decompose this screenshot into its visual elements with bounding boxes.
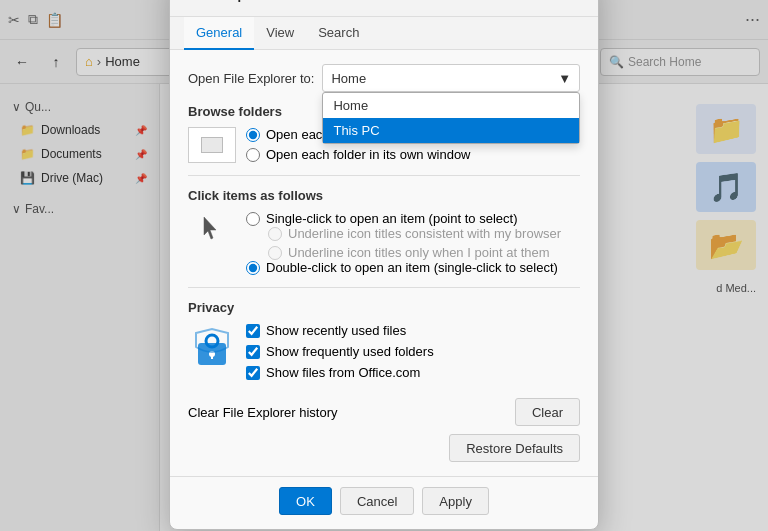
open-file-explorer-label: Open File Explorer to:	[188, 71, 314, 86]
radio-own-window[interactable]: Open each folder in its own window	[246, 147, 484, 162]
radio-same-window-input[interactable]	[246, 128, 260, 142]
browse-preview-icon	[188, 127, 236, 163]
privacy-section: Privacy Show re	[188, 300, 580, 462]
checkbox-office-files[interactable]: Show files from Office.com	[246, 365, 580, 380]
tab-view[interactable]: View	[254, 17, 306, 50]
radio-own-window-input[interactable]	[246, 148, 260, 162]
click-radio-group: Single-click to open an item (point to s…	[246, 211, 580, 275]
dropdown-list: Home This PC	[322, 92, 580, 144]
click-items-content: Single-click to open an item (point to s…	[188, 211, 580, 275]
checkbox-office-files-input[interactable]	[246, 366, 260, 380]
divider-1	[188, 175, 580, 176]
radio-double-click[interactable]: Double-click to open an item (single-cli…	[246, 260, 580, 275]
checkbox-frequent-folders-input[interactable]	[246, 345, 260, 359]
radio-single-click[interactable]: Single-click to open an item (point to s…	[246, 211, 580, 226]
chevron-down-icon: ▼	[558, 71, 571, 86]
restore-defaults-row: Restore Defaults	[188, 434, 580, 462]
radio-underline-hover[interactable]: Underline icon titles only when I point …	[268, 245, 580, 260]
click-cursor-icon	[188, 211, 236, 247]
dialog-titlebar: Folder Options ×	[170, 0, 598, 17]
radio-underline-browser-input	[268, 227, 282, 241]
divider-2	[188, 287, 580, 288]
restore-defaults-button[interactable]: Restore Defaults	[449, 434, 580, 462]
privacy-label: Privacy	[188, 300, 580, 315]
radio-double-click-label: Double-click to open an item (single-cli…	[266, 260, 558, 275]
dialog-title: Folder Options	[184, 0, 276, 2]
radio-underline-hover-label: Underline icon titles only when I point …	[288, 245, 550, 260]
checkbox-recent-files-label: Show recently used files	[266, 323, 406, 338]
privacy-icon	[188, 323, 236, 371]
checkbox-office-files-label: Show files from Office.com	[266, 365, 420, 380]
checkbox-frequent-folders[interactable]: Show frequently used folders	[246, 344, 580, 359]
privacy-checkbox-group: Show recently used files Show frequently…	[246, 323, 580, 380]
modal-overlay: Folder Options × General View Search Ope…	[0, 0, 768, 531]
tab-general[interactable]: General	[184, 17, 254, 50]
radio-underline-browser[interactable]: Underline icon titles consistent with my…	[268, 226, 580, 241]
dropdown-option-thispc[interactable]: This PC	[323, 118, 579, 143]
radio-subgroup: Underline icon titles consistent with my…	[246, 226, 580, 260]
radio-underline-browser-label: Underline icon titles consistent with my…	[288, 226, 561, 241]
dialog-close-button[interactable]: ×	[560, 0, 584, 6]
dialog-footer: OK Cancel Apply	[170, 476, 598, 529]
ok-button[interactable]: OK	[279, 487, 332, 515]
open-file-explorer-dropdown-wrapper: Home ▼ Home This PC	[322, 64, 580, 92]
dropdown-option-home[interactable]: Home	[323, 93, 579, 118]
tab-search[interactable]: Search	[306, 17, 371, 50]
click-items-label: Click items as follows	[188, 188, 580, 203]
checkbox-frequent-folders-label: Show frequently used folders	[266, 344, 434, 359]
dialog-body: Open File Explorer to: Home ▼ Home This …	[170, 50, 598, 476]
dialog-tabs: General View Search	[170, 17, 598, 50]
radio-double-click-input[interactable]	[246, 261, 260, 275]
privacy-content: Show recently used files Show frequently…	[188, 323, 580, 390]
radio-single-click-label: Single-click to open an item (point to s…	[266, 211, 517, 226]
folder-options-dialog: Folder Options × General View Search Ope…	[169, 0, 599, 530]
checkbox-recent-files-input[interactable]	[246, 324, 260, 338]
cancel-button[interactable]: Cancel	[340, 487, 414, 515]
checkbox-recent-files[interactable]: Show recently used files	[246, 323, 580, 338]
clear-history-row: Clear File Explorer history Clear	[188, 398, 580, 426]
radio-single-click-input[interactable]	[246, 212, 260, 226]
clear-button[interactable]: Clear	[515, 398, 580, 426]
apply-button[interactable]: Apply	[422, 487, 489, 515]
radio-underline-hover-input	[268, 246, 282, 260]
svg-rect-3	[211, 354, 213, 359]
open-file-explorer-row: Open File Explorer to: Home ▼ Home This …	[188, 64, 580, 92]
dropdown-selected-value: Home	[331, 71, 366, 86]
radio-own-window-label: Open each folder in its own window	[266, 147, 471, 162]
clear-history-label: Clear File Explorer history	[188, 405, 338, 420]
open-file-explorer-dropdown[interactable]: Home ▼	[322, 64, 580, 92]
click-items-section: Click items as follows Single-click to o…	[188, 188, 580, 275]
